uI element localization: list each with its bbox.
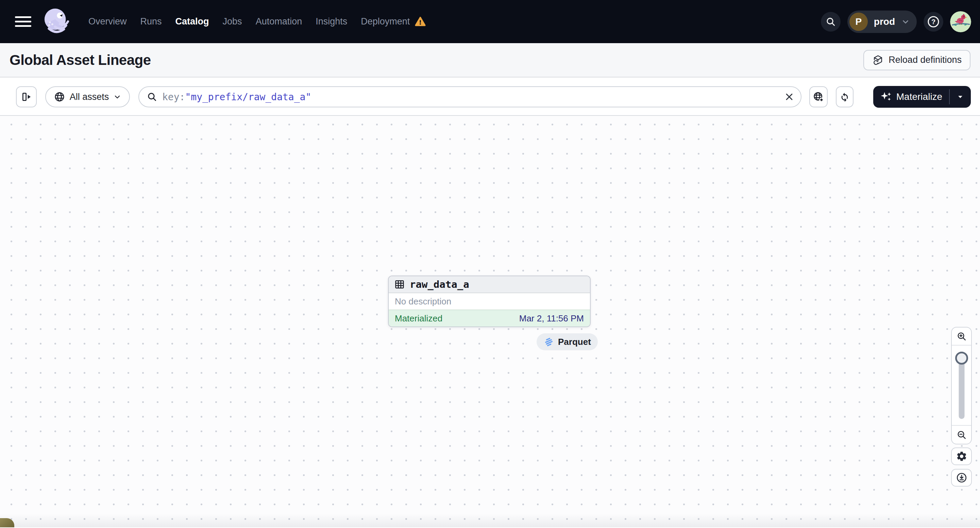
compute-kind-label: Parquet xyxy=(558,337,591,347)
materialize-split-button: Materialize xyxy=(873,86,971,108)
deployment-switcher[interactable]: P prod xyxy=(847,11,917,33)
user-avatar[interactable] xyxy=(950,11,971,32)
asset-scope-label: All assets xyxy=(70,92,109,102)
nav-item-runs[interactable]: Runs xyxy=(140,16,162,27)
top-navbar: Overview Runs Catalog Jobs Automation In… xyxy=(0,0,980,43)
nav-item-deployment[interactable]: Deployment xyxy=(361,16,410,27)
nav-item-insights[interactable]: Insights xyxy=(315,16,347,27)
dagster-logo-icon[interactable] xyxy=(40,6,72,37)
expand-panel-icon xyxy=(21,91,32,103)
asset-node-raw-data-a[interactable]: raw_data_a No description Materialized M… xyxy=(388,276,591,327)
asset-node-description: No description xyxy=(389,293,590,309)
table-icon xyxy=(394,279,405,290)
materialize-options-button[interactable] xyxy=(950,86,971,108)
graph-settings-button[interactable] xyxy=(951,447,972,465)
reload-definitions-label: Reload definitions xyxy=(889,55,962,65)
primary-nav: Overview Runs Catalog Jobs Automation In… xyxy=(88,16,426,27)
gear-icon xyxy=(956,450,967,462)
nav-item-automation[interactable]: Automation xyxy=(256,16,302,27)
zoom-out-icon xyxy=(956,430,967,440)
nav-item-catalog[interactable]: Catalog xyxy=(175,16,209,27)
asset-scope-dropdown[interactable]: All assets xyxy=(45,86,130,107)
parquet-icon xyxy=(543,336,554,347)
download-graph-button[interactable] xyxy=(951,469,972,487)
open-side-panel-button[interactable] xyxy=(16,86,37,107)
search-icon xyxy=(146,91,158,102)
clear-search-button[interactable] xyxy=(784,91,795,102)
open-in-new-scope-button[interactable] xyxy=(809,86,828,107)
search-query-value: "my_prefix/raw_data_a" xyxy=(185,91,311,103)
zoom-slider-thumb[interactable] xyxy=(955,352,968,365)
materialized-timestamp[interactable]: Mar 2, 11:56 PM xyxy=(519,313,584,324)
svg-text:?: ? xyxy=(931,18,935,25)
nav-item-overview[interactable]: Overview xyxy=(88,16,127,27)
zoom-slider[interactable] xyxy=(952,346,971,425)
lineage-graph-canvas[interactable]: raw_data_a No description Materialized M… xyxy=(0,116,980,527)
compute-kind-tag-parquet[interactable]: Parquet xyxy=(536,333,598,350)
refresh-icon xyxy=(839,91,850,102)
zoom-control-panel xyxy=(951,327,972,444)
page-title: Global Asset Lineage xyxy=(10,52,151,68)
help-button[interactable]: ? xyxy=(924,12,943,32)
warning-triangle-icon xyxy=(415,16,426,27)
page-header: Global Asset Lineage Reload definitions xyxy=(0,43,980,78)
asset-node-status-row: Materialized Mar 2, 11:56 PM xyxy=(389,309,590,327)
reload-definitions-button[interactable]: Reload definitions xyxy=(863,50,970,70)
asset-name: raw_data_a xyxy=(410,279,469,290)
zoom-in-icon xyxy=(956,331,967,342)
zoom-out-button[interactable] xyxy=(952,425,971,444)
lineage-toolbar: All assets key:"my_prefix/raw_data_a" xyxy=(0,78,980,116)
download-circle-icon xyxy=(956,472,967,484)
chevron-down-icon xyxy=(901,17,910,26)
chevron-down-icon xyxy=(113,93,121,101)
materialize-button[interactable]: Materialize xyxy=(873,86,949,108)
sparkles-icon xyxy=(880,91,892,103)
globe-plus-icon xyxy=(813,91,824,103)
search-query-prefix: key: xyxy=(162,91,185,103)
bottom-shade xyxy=(0,514,980,527)
materialized-status: Materialized xyxy=(395,313,442,324)
global-search-button[interactable] xyxy=(821,12,841,32)
search-icon xyxy=(825,16,836,27)
hamburger-menu-icon[interactable] xyxy=(15,14,31,30)
zoom-in-button[interactable] xyxy=(952,328,971,346)
globe-icon xyxy=(54,91,65,103)
deployment-initial-badge: P xyxy=(850,13,868,31)
cube-reload-icon xyxy=(872,54,884,66)
asset-node-header: raw_data_a xyxy=(389,276,590,293)
question-circle-icon: ? xyxy=(927,15,940,29)
nav-item-jobs[interactable]: Jobs xyxy=(223,16,242,27)
cutoff-element-corner xyxy=(0,518,14,527)
asset-search-input[interactable]: key:"my_prefix/raw_data_a" xyxy=(138,86,802,107)
materialize-label: Materialize xyxy=(896,91,942,102)
caret-down-icon xyxy=(956,92,965,101)
deployment-name: prod xyxy=(874,16,895,27)
refresh-graph-button[interactable] xyxy=(836,86,853,107)
